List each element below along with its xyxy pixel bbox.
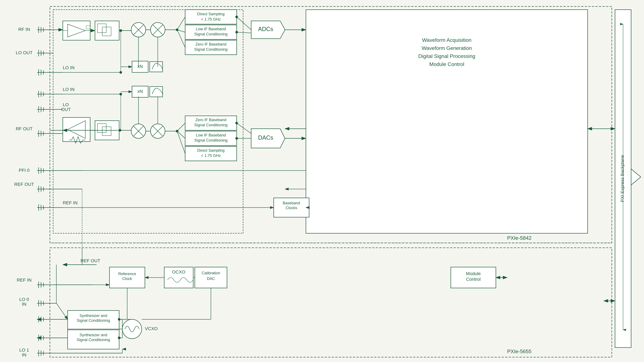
module-ctrl-bot-line1: Module [466,271,481,276]
zero-if-top-line2: Signal Conditioning [194,47,228,51]
waveform-acq-label: Waveform Acquisition [422,37,472,43]
direct-sampling-bot-line2: < 1.75 GHz [201,153,221,158]
dacs-label: DACs [258,134,273,141]
ref-in-top-label: REF IN [63,200,78,205]
ref-clock-line1: Reference [118,272,136,276]
lo0-in-label: LO 0 [19,297,29,302]
lo-in-mid-label: LO IN [63,87,74,92]
diagram-container: text { font-family: Arial, sans-serif; f… [0,0,644,362]
vcxo-label: VCXO [145,326,158,331]
ref-out-bot-label: REF OUT [80,258,100,263]
pxie5842-label: PXIe-5842 [507,235,532,241]
vcxo-symbol [122,319,142,339]
lo0-in-label2: IN [22,302,26,307]
lo-in-top-label: LO IN [63,65,74,70]
zero-if-top-line1: Zero IF Baseband [196,42,226,46]
ref-out-top-label: REF OUT [14,182,34,187]
lo1-in-label: LO 1 [19,348,29,353]
low-if-top-line2: Signal Conditioning [194,32,228,36]
lo-out-mid-label: LO [63,102,69,107]
low-if-top-line1: Low IF Baseband [196,27,226,31]
module-ctrl-label: Module Control [430,61,464,67]
module-ctrl-bot-line2: Control [466,277,480,282]
dsp-label: Digital Signal Processing [418,53,475,59]
xn-top-label: xN [137,64,143,69]
synth2-line1: Synthesizer and [80,333,107,337]
pxi-backplane-label: PXI Express Backplane [620,155,625,202]
ref-in-bot-label: REF IN [17,278,32,283]
pxie5655-label: PXIe-5655 [507,349,532,354]
low-if-bot-line1: Low IF Baseband [196,133,226,137]
cal-dac-line1: Calibration [202,271,220,275]
rf-in-label: RF IN [18,27,30,32]
rf-amp-block-bot [63,117,90,142]
zero-if-bot-line2: Signal Conditioning [194,123,228,127]
cal-dac-line2: DAC [207,276,215,281]
low-if-bot-line2: Signal Conditioning [194,138,228,142]
lo-out-top-label: LO OUT [16,50,32,55]
ocxo-label: OCXO [172,270,185,275]
xn-bot-label: xN [137,89,143,94]
synth1-line1: Synthesizer and [80,314,107,318]
pfi0-label: PFI 0 [19,168,30,173]
waveform-gen-label: Waveform Generation [422,45,472,51]
direct-sampling-bot-line1: Direct Sampling [197,148,224,153]
baseband-clocks-line1: Baseband [283,201,300,205]
synth2-line2: Signal Conditioning [77,338,110,342]
rf-out-label: RF OUT [16,126,32,131]
synth1-line2: Signal Conditioning [77,318,110,323]
lo1-in-label2: IN [22,352,26,357]
direct-sampling-top-line2: < 1.75 GHz [201,17,221,21]
adcs-label: ADCs [258,26,273,32]
direct-sampling-top-line1: Direct Sampling [197,12,224,16]
ref-clock-line2: Clock [122,276,132,281]
baseband-clocks-line2: Clocks [286,206,297,210]
fpga-block [306,10,588,233]
zero-if-bot-line1: Zero IF Baseband [196,118,226,122]
